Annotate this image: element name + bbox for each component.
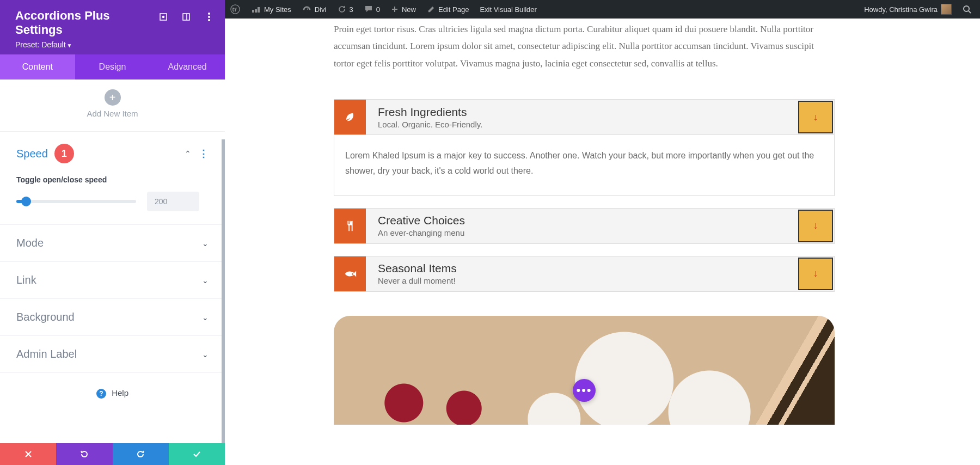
section-admin-label-header[interactable]: Admin Label ⌄ — [0, 336, 225, 372]
accordion-header[interactable]: Creative Choices An ever-changing menu ↓ — [334, 208, 835, 244]
arrow-down-icon: ↓ — [813, 220, 818, 231]
comments[interactable]: 0 — [359, 0, 385, 19]
expand-icon[interactable] — [158, 12, 168, 22]
accordion-toggle-button[interactable]: ↓ — [798, 101, 833, 133]
section-title-link: Link — [16, 274, 36, 286]
speed-input[interactable] — [147, 192, 199, 211]
sidebar-header: Accordions Plus Settings Preset: Default… — [0, 0, 225, 54]
leaf-icon — [334, 100, 366, 134]
save-button[interactable] — [169, 443, 225, 465]
wp-logo[interactable] — [225, 0, 246, 19]
hero-image: ••• — [334, 316, 835, 425]
refresh-icon — [338, 5, 346, 14]
my-sites[interactable]: My Sites — [246, 0, 297, 19]
dock-icon[interactable] — [181, 12, 191, 22]
avatar — [941, 4, 952, 15]
comment-icon — [364, 5, 373, 14]
module-title: Accordions Plus Settings — [15, 9, 158, 37]
accordion-header[interactable]: Fresh Ingredients Local. Organic. Eco-Fr… — [334, 99, 835, 135]
preset-selector[interactable]: Preset: Default▼ — [15, 40, 158, 49]
pencil-icon — [427, 5, 435, 14]
chevron-down-icon: ⌄ — [202, 239, 209, 248]
arrow-down-icon: ↓ — [813, 268, 818, 279]
chevron-up-icon: ⌃ — [185, 149, 191, 158]
accordion-title: Seasonal Items — [378, 262, 785, 275]
svg-point-9 — [964, 6, 969, 11]
gauge-icon — [302, 5, 311, 14]
cancel-button[interactable] — [0, 443, 56, 465]
settings-tabs: Content Design Advanced — [0, 54, 225, 79]
accordion-toggle-button[interactable]: ↓ — [798, 210, 833, 242]
section-more-icon[interactable]: ⋮ — [199, 151, 209, 156]
accordion-title: Creative Choices — [378, 214, 785, 227]
chevron-down-icon: ⌄ — [202, 276, 209, 285]
chevron-down-icon: ⌄ — [202, 313, 209, 322]
search[interactable] — [957, 0, 977, 19]
plus-icon[interactable]: + — [105, 89, 121, 106]
new[interactable]: New — [385, 0, 421, 19]
slider-thumb[interactable] — [21, 197, 31, 206]
module-options-button[interactable]: ••• — [573, 379, 596, 402]
help-link[interactable]: ? Help — [0, 373, 225, 414]
svg-point-1 — [163, 16, 164, 18]
svg-line-10 — [969, 11, 971, 13]
section-title-mode: Mode — [16, 237, 44, 249]
plus-icon — [391, 5, 399, 13]
add-new-label: Add New Item — [0, 109, 225, 118]
accordion-subtitle: Never a dull moment! — [378, 276, 785, 285]
redo-button[interactable] — [113, 443, 169, 465]
tab-design[interactable]: Design — [75, 54, 150, 79]
more-icon[interactable] — [204, 12, 214, 22]
sites-icon — [251, 5, 261, 14]
dots-icon: ••• — [576, 383, 592, 397]
tab-advanced[interactable]: Advanced — [150, 54, 225, 79]
section-title-admin-label: Admin Label — [16, 348, 77, 360]
wordpress-icon — [230, 4, 240, 14]
section-background-header[interactable]: Background ⌄ — [0, 299, 225, 335]
accordion-toggle-button[interactable]: ↓ — [798, 258, 833, 290]
accordion-item: Fresh Ingredients Local. Organic. Eco-Fr… — [334, 99, 835, 195]
exit-visual-builder[interactable]: Exit Visual Builder — [474, 0, 542, 19]
accordion-subtitle: An ever-changing menu — [378, 228, 785, 237]
accordion-item: Creative Choices An ever-changing menu ↓ — [334, 208, 835, 244]
edit-page[interactable]: Edit Page — [421, 0, 474, 19]
utensils-icon — [334, 209, 366, 243]
caret-down-icon: ▼ — [67, 42, 72, 48]
speed-slider[interactable] — [16, 200, 136, 203]
accordion-header[interactable]: Seasonal Items Never a dull moment! ↓ — [334, 256, 835, 292]
accordion-body: Lorem Khaled Ipsum is a major key to suc… — [334, 135, 835, 195]
section-title-speed: Speed — [16, 148, 48, 160]
section-link-header[interactable]: Link ⌄ — [0, 262, 225, 298]
arrow-down-icon: ↓ — [813, 112, 818, 123]
speed-badge: 1 — [54, 144, 74, 163]
settings-sidebar: Accordions Plus Settings Preset: Default… — [0, 0, 225, 465]
chevron-down-icon: ⌄ — [202, 350, 209, 359]
wp-admin-bar: My Sites Divi 3 — [225, 0, 980, 19]
intro-paragraph: Proin eget tortor risus. Cras ultricies … — [334, 21, 835, 72]
add-new-item[interactable]: + Add New Item — [0, 79, 225, 132]
howdy-user[interactable]: Howdy, Christina Gwira — [859, 0, 957, 19]
toggle-speed-label: Toggle open/close speed — [16, 175, 209, 184]
search-icon — [963, 5, 971, 14]
section-title-background: Background — [16, 311, 75, 323]
page-content: Proin eget tortor risus. Cras ultricies … — [225, 19, 980, 465]
fish-icon — [334, 256, 366, 291]
updates[interactable]: 3 — [332, 0, 359, 19]
accordion-subtitle: Local. Organic. Eco-Friendly. — [378, 120, 785, 129]
footer-actions — [0, 443, 225, 465]
section-mode-header[interactable]: Mode ⌄ — [0, 225, 225, 261]
tab-content[interactable]: Content — [0, 54, 75, 79]
undo-button[interactable] — [56, 443, 112, 465]
site-name[interactable]: Divi — [297, 0, 332, 19]
accordion-title: Fresh Ingredients — [378, 106, 785, 119]
svg-rect-2 — [183, 14, 189, 20]
section-speed-header[interactable]: Speed 1 ⌃ ⋮ — [0, 132, 225, 175]
accordion-module: Fresh Ingredients Local. Organic. Eco-Fr… — [334, 99, 835, 291]
help-icon: ? — [96, 389, 106, 399]
accordion-item: Seasonal Items Never a dull moment! ↓ — [334, 256, 835, 292]
